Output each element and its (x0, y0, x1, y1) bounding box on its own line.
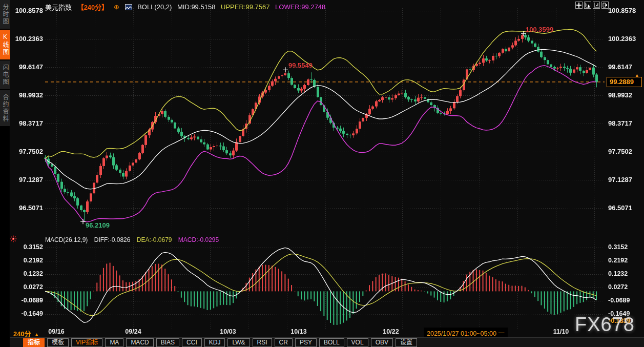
main-chart-legend: 美元指数 【240分】 ⊕ BOLL(20,2) MID:99.5158 UPP… (45, 2, 329, 12)
price-tick-left: 97.7502 (10, 148, 43, 155)
x-axis-label: 11/10 (553, 328, 569, 335)
symbol-name: 美元指数 (45, 4, 72, 11)
x-axis-label: 09/24 (125, 328, 141, 335)
macd-tick-left: -0.1649 (10, 310, 43, 317)
x-axis-label: 09/16 (48, 328, 64, 335)
toolbar-button-macd[interactable]: MACD (126, 338, 153, 347)
price-tick-right: 100.8578 (608, 7, 636, 14)
toolbar-button-cr[interactable]: CR (275, 338, 293, 347)
price-tick-right: 98.9932 (608, 91, 632, 99)
price-tick-left: 98.9932 (10, 91, 43, 99)
price-tick-left: 100.8578 (10, 7, 43, 14)
indicator-chart-icon[interactable] (125, 4, 132, 10)
toolbar-button-psy[interactable]: PSY (295, 338, 317, 347)
macd-dea-value: DEA:-0.0679 (137, 236, 172, 243)
macd-tick-right: -0.0689 (608, 297, 630, 304)
macd-params-label: MACD(26,12,9) (45, 236, 88, 243)
boll-lower-value: LOWER:99.2748 (275, 3, 325, 11)
sidebar-tab-contract-info[interactable]: 合约资料 (0, 90, 10, 126)
fx678-watermark: FX678 (575, 314, 635, 336)
boll-mid-value: MID:99.5158 (177, 3, 215, 11)
x-axis-highlight-label: 2025/10/27 01:00~05:00 一 (424, 328, 508, 338)
collapse-icon[interactable]: ⊕ (114, 3, 119, 11)
toolbar-button-ma[interactable]: MA (105, 338, 123, 347)
sidebar-tab-time-chart[interactable]: 分时图 (0, 0, 10, 29)
toolbar-button-settings[interactable]: 设置 (396, 338, 417, 347)
x-axis-label: 10/13 (290, 328, 306, 335)
toolbar-button-bias[interactable]: BIAS (156, 338, 179, 347)
price-tick-left: 96.5071 (10, 204, 43, 212)
toolbar-button-rsi[interactable]: RSI (253, 338, 272, 347)
chart-canvas[interactable] (0, 0, 644, 347)
macd-tick-left: 0.1232 (10, 270, 43, 277)
interval-badge-text: 240分 (13, 330, 31, 338)
sidebar-tab-kline-chart[interactable]: K线图 (0, 30, 10, 59)
fit-horizontal-axis-icon[interactable] (584, 2, 591, 9)
toolbar-button-template[interactable]: 模板 (47, 338, 69, 347)
toolbar-button-boll[interactable]: BOLL (319, 338, 344, 347)
x-axis-label: 10/22 (383, 328, 399, 335)
price-tick-right: 97.1287 (608, 176, 632, 183)
macd-tick-right: 0.0272 (608, 283, 628, 291)
price-tick-right: 96.5071 (608, 204, 632, 212)
chart-type-sidebar: 分时图K线图闪电图合约资料 (0, 0, 10, 347)
price-tick-right: 98.3717 (608, 119, 632, 127)
toolbar-button-kdj[interactable]: KDJ (204, 338, 225, 347)
macd-diff-value: DIFF:-0.0826 (94, 236, 131, 243)
chart-corner-tools (575, 2, 609, 9)
boll-params-label: BOLL(20,2) (137, 3, 172, 11)
price-tag-marker-icon: ▲ (634, 72, 640, 78)
price-tick-right: 99.6147 (608, 63, 632, 71)
macd-panel-alert-icon[interactable] (10, 235, 17, 244)
indicator-toolbar: 指标模板VIP指标MAMACDBIASCCIKDJLW&RSICRPSYBOLL… (0, 337, 644, 347)
toolbar-button-lwr[interactable]: LW& (227, 338, 250, 347)
macd-legend: MACD(26,12,9) DIFF:-0.0826 DEA:-0.0679 M… (45, 236, 223, 243)
toolbar-button-vol[interactable]: VOL (347, 338, 368, 347)
macd-tick-left: -0.0689 (10, 297, 43, 304)
macd-tick-left: 0.0272 (10, 283, 43, 291)
toolbar-button-cci[interactable]: CCI (182, 338, 202, 347)
toolbar-button-vip-indicator[interactable]: VIP指标 (71, 338, 102, 347)
price-tick-left: 99.6147 (10, 63, 43, 71)
toolbar-button-indicator[interactable]: 指标 (23, 338, 45, 347)
price-tick-right: 97.7502 (608, 148, 632, 155)
macd-tick-left: 0.3152 (10, 243, 43, 251)
price-annotation-low: 96.2109 (86, 221, 110, 229)
price-tick-left: 98.3717 (10, 119, 43, 127)
sidebar-tab-flash-chart[interactable]: 闪电图 (0, 60, 10, 89)
price-tick-right: 100.2363 (608, 35, 636, 43)
fit-vertical-axis-icon[interactable] (593, 2, 600, 9)
price-tick-left: 97.1287 (10, 176, 43, 183)
macd-macd-value: MACD:-0.0295 (178, 236, 219, 243)
price-annotation-high: 99.5549 (288, 62, 313, 69)
interval-label: 【240分】 (77, 4, 109, 11)
exit-chart-icon[interactable] (601, 2, 609, 9)
price-tick-left: 100.2363 (10, 35, 43, 43)
last-price-tag: 99.2889 (607, 77, 642, 87)
pan-tool-icon[interactable] (575, 2, 583, 9)
macd-tick-left: 0.2192 (10, 257, 43, 264)
price-annotation-high: 100.3599 (526, 26, 553, 33)
toolbar-button-obv[interactable]: OBV (371, 338, 393, 347)
interval-badge-arrow-icon: ▲ (34, 332, 39, 337)
macd-tick-right: 0.1232 (608, 270, 628, 277)
macd-tick-right: 0.2192 (608, 257, 628, 264)
x-axis-label: 10/03 (220, 328, 236, 335)
trading-app-window: 分时图K线图闪电图合约资料 美元指数 【240分】 ⊕ BOLL(20,2) M… (0, 0, 644, 347)
boll-upper-value: UPPER:99.7567 (221, 3, 269, 11)
macd-tick-right: 0.3152 (608, 243, 628, 251)
